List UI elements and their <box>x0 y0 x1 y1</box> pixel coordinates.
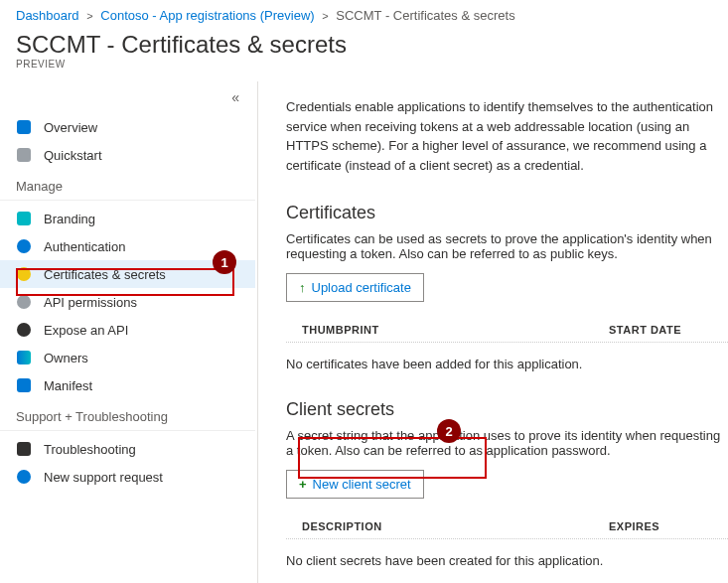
new-client-secret-button[interactable]: + New client secret <box>286 470 424 499</box>
manifest-icon <box>16 377 32 393</box>
chevron-right-icon: > <box>86 10 92 22</box>
sidebar-item-owners[interactable]: Owners <box>0 344 255 371</box>
button-label: New client secret <box>313 477 411 492</box>
sidebar-item-label: Certificates & secrets <box>44 267 166 282</box>
sidebar-item-manifest[interactable]: Manifest <box>0 371 255 399</box>
sidebar-item-branding[interactable]: Branding <box>0 205 255 232</box>
troubleshoot-icon <box>16 441 32 457</box>
column-start-date: START DATE <box>609 324 728 336</box>
sidebar-item-certificates-secrets[interactable]: Certificates & secrets <box>0 260 255 288</box>
sidebar-item-label: Manifest <box>44 378 92 393</box>
sidebar-item-label: Troubleshooting <box>44 442 136 457</box>
breadcrumb-dashboard[interactable]: Dashboard <box>16 8 79 23</box>
upload-certificate-button[interactable]: ↑ Upload certificate <box>286 273 424 302</box>
overview-icon <box>16 119 32 135</box>
sidebar-item-authentication[interactable]: Authentication <box>0 232 255 260</box>
sidebar-item-label: Authentication <box>44 239 125 254</box>
plus-icon: + <box>299 477 307 492</box>
column-thumbprint: THUMBPRINT <box>286 324 609 336</box>
sidebar-item-label: Overview <box>44 120 97 135</box>
key-icon <box>16 266 32 282</box>
support-icon <box>16 469 32 485</box>
sidebar-section-manage: Manage <box>0 169 255 201</box>
sidebar: « Overview Quickstart Manage Branding Au… <box>0 81 258 583</box>
sidebar-item-api-permissions[interactable]: API permissions <box>0 288 255 316</box>
breadcrumb-current: SCCMT - Certificates & secrets <box>336 8 514 23</box>
client-secrets-heading: Client secrets <box>286 399 728 420</box>
certificates-table-header: THUMBPRINT START DATE <box>286 318 728 343</box>
sidebar-item-overview[interactable]: Overview <box>0 113 255 141</box>
sidebar-item-label: Quickstart <box>44 148 102 163</box>
breadcrumb: Dashboard > Contoso - App registrations … <box>0 0 728 27</box>
page-title: SCCMT - Certificates & secrets <box>0 27 728 59</box>
column-description: DESCRIPTION <box>286 520 609 532</box>
secrets-empty-message: No client secrets have been created for … <box>286 539 728 583</box>
collapse-sidebar-button[interactable]: « <box>0 89 255 113</box>
secrets-table-header: DESCRIPTION EXPIRES <box>286 514 728 539</box>
sidebar-item-label: API permissions <box>44 295 137 310</box>
sidebar-item-troubleshooting[interactable]: Troubleshooting <box>0 435 255 463</box>
owners-icon <box>16 350 32 365</box>
quickstart-icon <box>16 147 32 163</box>
chevron-right-icon: > <box>322 10 328 22</box>
certificates-heading: Certificates <box>286 203 728 223</box>
breadcrumb-app-registrations[interactable]: Contoso - App registrations (Preview) <box>100 8 314 23</box>
sidebar-item-label: Branding <box>44 212 95 226</box>
credentials-intro-text: Credentials enable applications to ident… <box>286 97 728 175</box>
upload-icon: ↑ <box>299 280 306 295</box>
client-secrets-description: A secret string that the application use… <box>286 428 728 458</box>
sidebar-item-expose-api[interactable]: Expose an API <box>0 316 255 344</box>
auth-icon <box>16 238 32 254</box>
expose-api-icon <box>16 322 32 338</box>
sidebar-item-label: Owners <box>44 351 88 365</box>
certificates-description: Certificates can be used as secrets to p… <box>286 231 728 261</box>
api-perm-icon <box>16 294 32 310</box>
branding-icon <box>16 211 32 226</box>
button-label: Upload certificate <box>312 280 411 295</box>
content-pane: Credentials enable applications to ident… <box>258 81 728 583</box>
column-expires: EXPIRES <box>609 520 728 532</box>
sidebar-item-label: New support request <box>44 470 163 485</box>
sidebar-item-quickstart[interactable]: Quickstart <box>0 141 255 169</box>
sidebar-item-new-support-request[interactable]: New support request <box>0 463 255 491</box>
preview-badge: PREVIEW <box>0 59 728 81</box>
certificates-empty-message: No certificates have been added for this… <box>286 343 728 399</box>
sidebar-section-support: Support + Troubleshooting <box>0 399 255 431</box>
sidebar-item-label: Expose an API <box>44 323 128 338</box>
